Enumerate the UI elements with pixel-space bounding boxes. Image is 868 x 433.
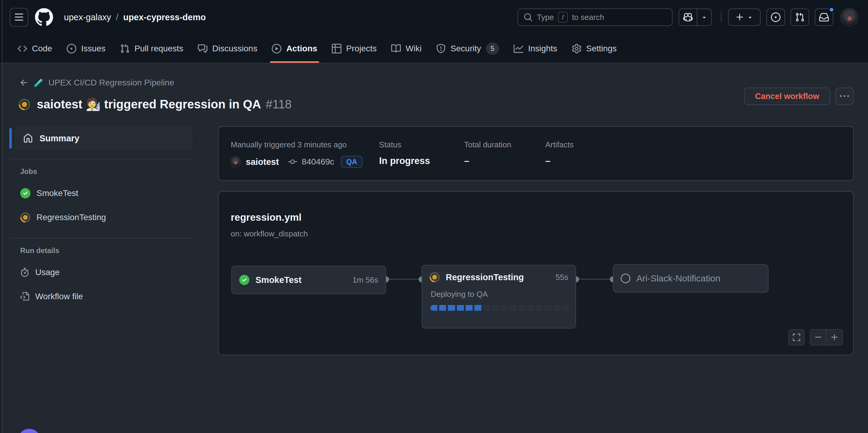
floating-widget-button[interactable] — [18, 429, 40, 433]
workflow-breadcrumb-row: 🧪 UPEX CI/CD Regression Pipeline — [19, 78, 174, 88]
artifacts-label: Artifacts — [545, 140, 574, 149]
progress-segment — [527, 305, 534, 311]
progress-segment — [510, 305, 517, 311]
in-progress-spinner-icon — [20, 212, 30, 223]
notifications-inbox-button[interactable] — [815, 8, 833, 26]
graph-node-regressiontesting[interactable]: RegressionTesting 55s Deploying to QA — [422, 265, 576, 328]
arrow-left-icon[interactable] — [19, 78, 29, 88]
tab-label: Actions — [286, 44, 317, 53]
actor-name[interactable]: saiotest — [246, 157, 279, 167]
search-input[interactable]: Type / to search — [518, 8, 673, 26]
global-pull-requests-button[interactable] — [790, 8, 809, 26]
graph-node-ari-slack-notification[interactable]: Ari-Slack-Notification — [613, 264, 769, 293]
sidebar-job-regressiontesting[interactable]: RegressionTesting — [19, 208, 193, 227]
plus-icon — [735, 13, 744, 22]
graph-node-smoketest[interactable]: SmokeTest 1m 56s — [231, 266, 386, 294]
global-issues-button[interactable] — [766, 8, 785, 26]
duration-label: Total duration — [464, 140, 511, 149]
copilot-icon — [683, 12, 693, 22]
tab-insights[interactable]: Insights — [508, 34, 563, 63]
run-options-kebab-button[interactable] — [835, 88, 854, 105]
window-edge — [0, 0, 2, 433]
header-divider — [721, 11, 721, 23]
security-counter-badge: 5 — [486, 42, 499, 55]
sidebar-item-workflow-file[interactable]: Workflow file — [19, 287, 193, 306]
repo-nav-tabs: Code Issues Pull requests Discussions Ac… — [12, 34, 622, 63]
duration-value: – — [464, 155, 511, 166]
zoom-control-group — [810, 329, 843, 345]
artifacts-column: Artifacts – — [545, 140, 574, 166]
check-circle-icon — [239, 275, 249, 285]
progress-segment — [448, 305, 455, 311]
github-logo[interactable] — [35, 8, 53, 26]
tab-pull-requests[interactable]: Pull requests — [115, 34, 189, 63]
top-chrome: upex-galaxy / upex-cypress-demo Type / t… — [0, 0, 868, 63]
sidebar-job-smoketest[interactable]: SmokeTest — [19, 183, 193, 203]
run-title: saiotest 🧑‍🔬 triggered Regression in QA … — [37, 97, 292, 111]
actor-avatar[interactable] — [230, 156, 241, 167]
user-avatar[interactable] — [840, 8, 858, 26]
status-value: In progress — [379, 155, 430, 166]
sidebar-item-summary[interactable]: Summary — [15, 126, 193, 150]
git-pull-request-icon — [120, 44, 130, 53]
branch-badge[interactable]: QA — [341, 156, 363, 168]
trigger-description: Manually triggered 3 minutes ago — [231, 140, 346, 149]
breadcrumb-owner[interactable]: upex-galaxy — [64, 12, 111, 22]
tab-label: Projects — [346, 44, 377, 53]
table-icon — [332, 44, 341, 53]
sidebar-workflow-file-label: Workflow file — [35, 292, 83, 301]
workflow-name-link[interactable]: UPEX CI/CD Regression Pipeline — [48, 78, 174, 88]
tab-projects[interactable]: Projects — [326, 34, 382, 63]
tab-wiki[interactable]: Wiki — [386, 34, 427, 63]
sidebar-usage-label: Usage — [35, 267, 60, 277]
create-new-button[interactable] — [728, 8, 761, 26]
node-step-detail: Deploying to QA — [431, 290, 576, 299]
tab-settings[interactable]: Settings — [566, 34, 622, 63]
unread-notification-dot — [829, 7, 835, 13]
progress-segment — [562, 305, 569, 311]
progress-segment — [439, 305, 446, 311]
tab-actions[interactable]: Actions — [266, 34, 323, 63]
slash-key-hint: / — [558, 12, 568, 23]
run-sidebar: Summary Jobs SmokeTest RegressionTesting… — [9, 126, 193, 306]
inbox-icon — [819, 12, 829, 22]
tab-label: Issues — [81, 44, 105, 53]
progress-segment — [554, 305, 561, 311]
breadcrumb-repo[interactable]: upex-cypress-demo — [123, 12, 206, 22]
search-placeholder-suffix: to search — [572, 13, 604, 22]
graph-edge — [386, 279, 422, 280]
sidebar-item-usage[interactable]: Usage — [19, 263, 193, 282]
progress-segment — [466, 305, 473, 311]
tab-code[interactable]: Code — [12, 34, 58, 63]
three-bars-icon — [14, 12, 24, 22]
kebab-horizontal-icon — [840, 92, 849, 101]
cancel-workflow-button[interactable]: Cancel workflow — [744, 88, 830, 105]
zoom-out-button[interactable] — [810, 330, 826, 345]
issue-opened-icon — [67, 44, 76, 53]
status-column: Status In progress — [379, 140, 430, 166]
plus-icon — [830, 333, 839, 342]
node-name: Ari-Slack-Notification — [637, 273, 720, 284]
progress-segment — [430, 305, 437, 311]
sidebar-divider — [9, 238, 193, 238]
hamburger-menu-button[interactable] — [10, 8, 28, 27]
tab-discussions[interactable]: Discussions — [192, 34, 263, 63]
fullscreen-button[interactable] — [788, 329, 805, 345]
commit-sha-link[interactable]: 840469c — [302, 157, 334, 167]
test-tube-emoji: 🧪 — [34, 78, 43, 88]
progress-segment — [474, 305, 482, 311]
copilot-button[interactable] — [679, 9, 697, 25]
zoom-in-button[interactable] — [826, 330, 842, 345]
git-pull-request-icon — [795, 12, 805, 22]
graph-edge — [576, 279, 614, 280]
tab-security[interactable]: Security 5 — [431, 34, 504, 63]
tab-label: Insights — [528, 44, 557, 53]
node-progress-bar — [430, 305, 569, 311]
copilot-dropdown-button[interactable] — [697, 9, 711, 25]
tab-label: Code — [32, 44, 52, 53]
book-icon — [391, 44, 401, 53]
gear-icon — [572, 44, 582, 53]
stopwatch-icon — [20, 268, 29, 277]
tab-issues[interactable]: Issues — [61, 34, 111, 63]
home-icon — [23, 134, 33, 143]
